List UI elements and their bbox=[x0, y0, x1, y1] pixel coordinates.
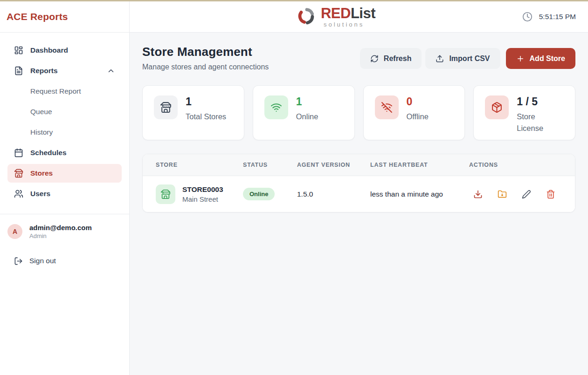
page-content: Store Management Manage stores and agent… bbox=[130, 33, 588, 375]
stat-label: Online bbox=[296, 111, 318, 123]
column-header-agent-version: AGENT VERSION bbox=[297, 162, 370, 168]
download-icon bbox=[473, 190, 483, 199]
page-title: Store Management bbox=[142, 45, 269, 59]
logo: REDList solutions bbox=[296, 6, 375, 27]
download-agent-button[interactable] bbox=[469, 185, 487, 203]
stat-card-total-stores: 1 Total Stores bbox=[142, 85, 244, 140]
stores-table: STORE STATUS AGENT VERSION LAST HEARTBEA… bbox=[142, 154, 575, 212]
sidebar-item-stores[interactable]: Stores bbox=[7, 164, 122, 183]
edit-icon bbox=[522, 190, 531, 199]
clock-icon bbox=[522, 12, 533, 22]
folder-dot-icon bbox=[498, 190, 507, 199]
app-title: ACE Reports bbox=[7, 11, 68, 22]
status-badge: Online bbox=[243, 188, 275, 200]
user-role: Admin bbox=[29, 232, 92, 239]
stat-card-online: 1 Online bbox=[253, 85, 355, 140]
calendar-icon bbox=[14, 148, 23, 157]
user-email: admin@demo.com bbox=[29, 224, 92, 232]
logo-word-red: RED bbox=[321, 5, 351, 21]
logo-word-dark: List bbox=[351, 5, 375, 21]
sidebar-item-label: Stores bbox=[30, 169, 53, 177]
actions-cell bbox=[469, 185, 562, 203]
trash-icon bbox=[546, 190, 555, 199]
stats-row: 1 Total Stores 1 Online bbox=[142, 85, 575, 140]
edit-store-button[interactable] bbox=[518, 185, 535, 203]
column-header-last-heartbeat: LAST HEARTBEAT bbox=[370, 162, 469, 168]
stat-value: 1 bbox=[296, 95, 318, 109]
avatar: A bbox=[7, 224, 22, 239]
store-cell: STORE0003 Main Street bbox=[156, 184, 243, 204]
sidebar-item-label: Queue bbox=[30, 108, 52, 116]
import-csv-button[interactable]: Import CSV bbox=[425, 48, 500, 69]
package-icon bbox=[491, 102, 503, 113]
stat-label: Store License bbox=[517, 111, 557, 135]
sidebar-item-request-report[interactable]: Request Report bbox=[7, 82, 122, 101]
sidebar-item-schedules[interactable]: Schedules bbox=[7, 143, 122, 162]
status-cell: Online bbox=[243, 188, 297, 200]
sidebar-item-label: Reports bbox=[30, 67, 58, 75]
app-shell: ACE Reports Dashboard Reports Request Re… bbox=[0, 1, 588, 375]
sidebar-item-label: Users bbox=[30, 190, 50, 198]
clock-display: 5:51:15 PM bbox=[522, 1, 576, 32]
store-files-button[interactable] bbox=[493, 185, 511, 203]
sidebar-item-label: History bbox=[30, 128, 53, 136]
page-subtitle: Manage stores and agent connections bbox=[142, 63, 269, 71]
stat-label: Total Stores bbox=[186, 111, 226, 123]
store-avatar bbox=[156, 184, 175, 204]
chevron-up-icon bbox=[107, 67, 115, 75]
stat-card-store-license: 1 / 5 Store License bbox=[473, 85, 575, 140]
page-header: Store Management Manage stores and agent… bbox=[142, 45, 575, 71]
add-store-label: Add Store bbox=[530, 55, 565, 63]
sidebar-item-label: Request Report bbox=[30, 87, 81, 95]
column-header-status: STATUS bbox=[243, 162, 297, 168]
store-icon bbox=[160, 189, 171, 199]
table-header-row: STORE STATUS AGENT VERSION LAST HEARTBEA… bbox=[143, 154, 575, 176]
import-csv-label: Import CSV bbox=[449, 55, 490, 63]
sidebar-item-queue[interactable]: Queue bbox=[7, 102, 122, 121]
sidebar-item-label: Schedules bbox=[30, 149, 67, 157]
upload-icon bbox=[436, 55, 444, 63]
last-heartbeat-cell: less than a minute ago bbox=[370, 190, 469, 198]
sign-out-label: Sign out bbox=[29, 257, 56, 265]
store-icon bbox=[160, 102, 172, 113]
page-actions: Refresh Import CSV Add Store bbox=[360, 45, 575, 69]
sidebar-item-reports[interactable]: Reports bbox=[7, 61, 122, 80]
sidebar-item-history[interactable]: History bbox=[7, 123, 122, 142]
sidebar-item-users[interactable]: Users bbox=[7, 184, 122, 203]
main-column: REDList solutions 5:51:15 PM Store Manag… bbox=[130, 1, 588, 375]
store-icon bbox=[14, 169, 23, 178]
column-header-actions: ACTIONS bbox=[469, 162, 562, 168]
logo-wordmark: REDList solutions bbox=[321, 6, 375, 27]
store-id: STORE0003 bbox=[182, 185, 223, 194]
sidebar-user-section: A admin@demo.com Admin Sign out bbox=[0, 214, 129, 270]
plus-icon bbox=[516, 55, 525, 63]
logo-tagline: solutions bbox=[324, 21, 375, 27]
delete-store-button[interactable] bbox=[542, 185, 560, 203]
stat-value: 1 / 5 bbox=[517, 95, 557, 109]
add-store-button[interactable]: Add Store bbox=[506, 48, 575, 69]
dashboard-icon bbox=[14, 46, 23, 55]
current-time: 5:51:15 PM bbox=[539, 13, 576, 21]
stat-label: Offline bbox=[407, 111, 429, 123]
redlist-knot-icon bbox=[296, 6, 317, 27]
refresh-label: Refresh bbox=[384, 55, 412, 63]
sidebar-nav: Dashboard Reports Request Report Queue H… bbox=[0, 33, 129, 205]
sidebar: ACE Reports Dashboard Reports Request Re… bbox=[0, 1, 130, 375]
refresh-icon bbox=[370, 55, 379, 63]
stat-value: 0 bbox=[407, 95, 429, 109]
table-row: STORE0003 Main Street Online 1.5.0 less … bbox=[143, 176, 575, 212]
wifi-off-icon bbox=[381, 102, 393, 113]
top-header: REDList solutions 5:51:15 PM bbox=[130, 1, 588, 33]
refresh-button[interactable]: Refresh bbox=[360, 48, 422, 69]
sign-out-button[interactable]: Sign out bbox=[7, 252, 122, 270]
stat-card-offline: 0 Offline bbox=[363, 85, 465, 140]
user-info: A admin@demo.com Admin bbox=[7, 224, 122, 239]
wifi-icon bbox=[270, 102, 282, 113]
reports-icon bbox=[14, 66, 23, 75]
users-icon bbox=[14, 189, 23, 198]
sidebar-item-dashboard[interactable]: Dashboard bbox=[7, 41, 122, 60]
column-header-store: STORE bbox=[156, 162, 243, 168]
sidebar-header: ACE Reports bbox=[0, 1, 129, 33]
sidebar-item-label: Dashboard bbox=[30, 46, 68, 55]
agent-version-cell: 1.5.0 bbox=[297, 190, 370, 198]
